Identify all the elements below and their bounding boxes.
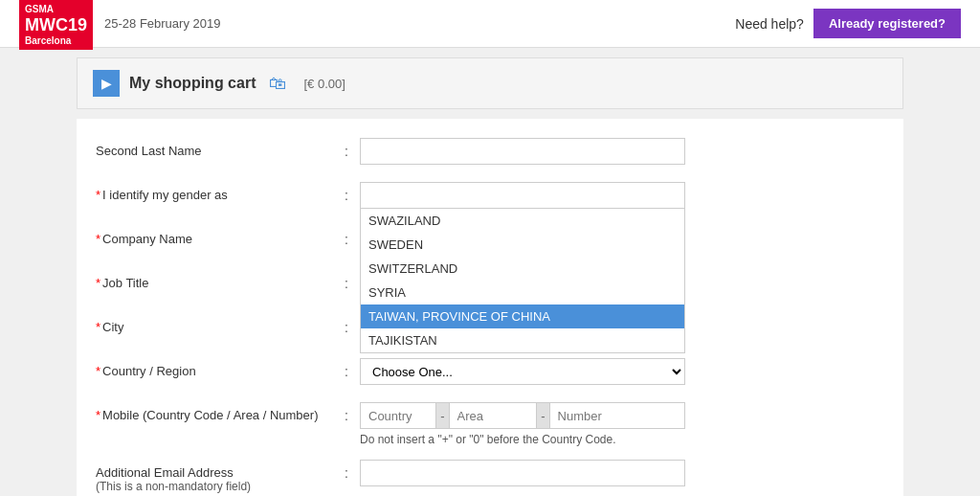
- need-help-link[interactable]: Need help?: [735, 16, 804, 32]
- required-star-job: *: [96, 276, 100, 290]
- mobile-row: - -: [360, 402, 685, 429]
- label-job-title: *Job Title: [96, 270, 345, 290]
- additional-email-sublabel: (This is a non-mandatory field): [96, 480, 335, 493]
- dropdown-item[interactable]: SYRIA: [361, 281, 684, 304]
- dropdown-item[interactable]: SWAZILAND: [361, 209, 684, 233]
- label-mobile: *Mobile (Country Code / Area / Number): [96, 402, 345, 422]
- required-star-gender: *: [96, 188, 100, 202]
- header-right: Need help? Already registered?: [735, 9, 961, 38]
- header: GSMA MWC 19 Barcelona 25-28 February 201…: [0, 0, 980, 48]
- gender-dropdown-list: SWAZILANDSWEDENSWITZERLANDSYRIATAIWAN, P…: [360, 209, 685, 353]
- required-star-country: *: [96, 364, 100, 378]
- mobile-hint: Do not insert a "+" or "0" before the Co…: [360, 433, 884, 446]
- mobile-area-input[interactable]: [449, 402, 538, 429]
- shopping-cart-bar: ▶ My shopping cart 🛍 [€ 0.00]: [77, 57, 903, 109]
- required-star-mobile: *: [96, 408, 100, 422]
- logo-gsma: GSMA: [25, 4, 54, 14]
- logo-mwc: MWC: [25, 15, 68, 35]
- form-area: Second Last Name : *I identify my gender…: [77, 119, 903, 496]
- country-region-select[interactable]: Choose One...: [360, 358, 685, 385]
- form-row-gender: *I identify my gender as : SWAZILANDSWED…: [96, 182, 884, 213]
- input-area-additional-email: Enter a second email address to receive …: [360, 460, 884, 496]
- input-area-country-region: Choose One...: [360, 358, 884, 385]
- label-additional-email: Additional Email Address (This is a non-…: [96, 460, 345, 493]
- required-star-city: *: [96, 320, 100, 334]
- mobile-number-input[interactable]: [549, 402, 685, 429]
- logo-year: 19: [68, 15, 87, 35]
- gender-dropdown[interactable]: SWAZILANDSWEDENSWITZERLANDSYRIATAIWAN, P…: [360, 182, 685, 209]
- dropdown-item[interactable]: TAJIKISTAN: [361, 328, 684, 352]
- mobile-sep-2: -: [537, 402, 548, 429]
- header-date: 25-28 February 2019: [104, 16, 220, 31]
- gender-search-input[interactable]: [360, 182, 685, 209]
- label-second-last-name: Second Last Name: [96, 138, 345, 158]
- header-left: GSMA MWC 19 Barcelona 25-28 February 201…: [19, 0, 220, 50]
- form-row-country-region: *Country / Region : Choose One...: [96, 358, 884, 389]
- form-row-additional-email: Additional Email Address (This is a non-…: [96, 460, 884, 496]
- cart-arrow-button[interactable]: ▶: [93, 70, 120, 97]
- already-registered-button[interactable]: Already registered?: [813, 9, 961, 38]
- dropdown-item[interactable]: SWEDEN: [361, 233, 684, 257]
- label-company-name: *Company Name: [96, 226, 345, 246]
- input-area-mobile: - - Do not insert a "+" or "0" before th…: [360, 402, 884, 446]
- cart-icon: 🛍: [269, 74, 286, 94]
- logo-barcelona: Barcelona: [25, 35, 87, 46]
- form-row-mobile: *Mobile (Country Code / Area / Number) :…: [96, 402, 884, 446]
- label-country-region: *Country / Region: [96, 358, 345, 378]
- label-gender: *I identify my gender as: [96, 182, 345, 202]
- form-row-second-last-name: Second Last Name :: [96, 138, 884, 169]
- dropdown-item[interactable]: SWITZERLAND: [361, 257, 684, 281]
- additional-email-input[interactable]: [360, 460, 685, 486]
- logo: GSMA MWC 19 Barcelona: [19, 0, 93, 50]
- label-city: *City: [96, 314, 345, 334]
- cart-title: My shopping cart: [129, 75, 256, 92]
- dropdown-item[interactable]: TAIWAN, PROVINCE OF CHINA: [361, 304, 684, 328]
- mobile-country-input[interactable]: [360, 402, 436, 429]
- required-star-company: *: [96, 232, 100, 246]
- second-last-name-input[interactable]: [360, 138, 685, 165]
- input-area-second-last-name: [360, 138, 884, 165]
- cart-price: [€ 0.00]: [303, 77, 345, 91]
- mobile-sep-1: -: [436, 402, 448, 429]
- input-area-gender: SWAZILANDSWEDENSWITZERLANDSYRIATAIWAN, P…: [360, 182, 884, 209]
